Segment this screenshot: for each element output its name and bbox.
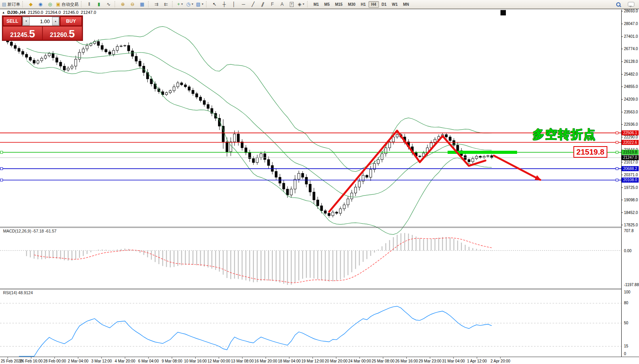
rsi-scale-label: 80 — [624, 301, 629, 305]
volume-control: ▼ 1.00 ▲ — [22, 17, 59, 26]
price-tick-label: 25482.0 — [624, 72, 638, 76]
horizontal-line-glyph: ─ — [242, 1, 245, 8]
price-badge-label: 22506.1 — [623, 131, 637, 135]
zoom-out-button[interactable]: ⊖ — [128, 0, 137, 8]
rsi-scale-label: 0 — [624, 352, 626, 356]
time-tick-label: 1 Apr 12:00 — [467, 359, 487, 363]
toolbar-separator — [115, 1, 117, 7]
pane-divider — [0, 288, 639, 289]
crosshair-glyph: ┼ — [223, 1, 226, 8]
time-tick-label: 6 Mar 04:00 — [138, 359, 159, 363]
timeframe-m1-button[interactable]: M1 — [311, 1, 321, 8]
time-tick-label: 18 Mar 04:00 — [278, 359, 301, 363]
channel-tool[interactable]: ∥ — [258, 0, 267, 8]
tile-windows-glyph: ▦ — [140, 1, 144, 8]
vertical-line-tool[interactable]: │ — [229, 0, 238, 8]
chart-shift-button[interactable]: ⇉ — [152, 0, 161, 8]
profiles-icon[interactable]: ◆ — [26, 0, 36, 8]
pane-divider — [0, 227, 639, 227]
crosshair-tool[interactable]: ┼ — [219, 0, 229, 8]
timeframe-mn-button[interactable]: MN — [401, 1, 412, 8]
timeframe-m30-button[interactable]: M30 — [345, 1, 358, 8]
autotrading-button[interactable]: ▣自动交易 — [55, 0, 79, 8]
time-tick-label: 3 Mar 12:00 — [91, 359, 112, 363]
price-tick-label: 20371.0 — [624, 173, 638, 177]
volume-increase-button[interactable]: ▲ — [52, 17, 59, 25]
price-tick-label: 24855.0 — [624, 84, 638, 89]
sell-price-display[interactable]: 21245.5 — [3, 27, 42, 40]
line-chart-icon[interactable]: ∿ — [104, 0, 113, 8]
oneclick-toggle-icon[interactable]: ▲ — [2, 11, 5, 14]
search-button[interactable] — [614, 0, 623, 8]
buy-price-display[interactable]: 21260.5 — [43, 27, 82, 40]
periods-button[interactable]: ◷▼ — [185, 0, 195, 8]
price-callout-label[interactable]: 21519.8 — [573, 146, 607, 158]
time-tick-label: 4 Mar 20:00 — [115, 359, 135, 363]
indicators-button[interactable]: +▼ — [176, 0, 185, 8]
autotrading-button-label: 自动交易 — [62, 1, 79, 8]
auto-scroll-button[interactable]: ⇇ — [161, 0, 171, 8]
profiles-icon-glyph: ◆ — [29, 1, 32, 8]
new-order-button[interactable]: ▤新订单 — [1, 0, 21, 8]
toolbar-separator — [172, 1, 174, 7]
bar-chart-icon-glyph: ‖ — [88, 1, 90, 8]
bar-chart-icon[interactable]: ‖ — [85, 0, 94, 8]
time-tick-label: 24 Mar 00:00 — [348, 359, 371, 363]
auto-scroll-glyph: ⇇ — [164, 1, 168, 8]
time-tick-label: 2 Mar 04:00 — [68, 359, 89, 363]
chat-button[interactable] — [626, 0, 636, 8]
timeframe-d1-button[interactable]: D1 — [379, 1, 389, 8]
shapes-tool[interactable]: ◈▼ — [296, 0, 306, 8]
price-tick-label: 19098.0 — [624, 198, 638, 202]
zoom-in-button[interactable]: ⊕ — [118, 0, 128, 8]
trendline-tool[interactable]: ╱ — [248, 0, 258, 8]
chart-canvas[interactable]: 28693.028047.027401.026774.026128.025482… — [0, 0, 639, 364]
timeframe-m5-button[interactable]: M5 — [321, 1, 332, 8]
timeframe-m15-button[interactable]: M15 — [332, 1, 345, 8]
time-tick-label: 25 Feb 2020 — [1, 359, 23, 363]
navigator-icon[interactable]: ◎ — [45, 0, 55, 8]
mt4-terminal: { "toolbar": { "items": [ {"t":"btn","na… — [0, 0, 639, 364]
text-tool[interactable]: A — [277, 0, 287, 8]
new-order-glyph: ▤ — [2, 1, 6, 8]
cursor-tool[interactable]: ↖ — [210, 0, 219, 8]
macd-scale-label: 0.00 — [624, 249, 632, 253]
candlestick-chart-icon-glyph: ▮ — [98, 1, 100, 8]
price-axis: 28693.028047.027401.026774.026128.025482… — [621, 9, 639, 357]
label-tool[interactable]: T — [287, 0, 296, 8]
symbol-period: DJ30-,H4 — [7, 10, 25, 15]
horizontal-line-tool[interactable]: ─ — [238, 0, 248, 8]
time-tick-label: 26 Mar 16:00 — [395, 359, 418, 363]
timeframe-h1-button[interactable]: H1 — [358, 1, 369, 8]
market-watch-icon[interactable]: ◉ — [36, 0, 45, 8]
ohlc-open: 21250.0 — [28, 10, 43, 15]
pane-divider — [0, 228, 639, 228]
toolbar-separator — [307, 1, 309, 7]
templates-button[interactable]: ▧▼ — [195, 0, 205, 8]
sell-price-pip: 5 — [29, 29, 35, 39]
chat-icon — [628, 2, 634, 7]
timeframe-w1-button[interactable]: W1 — [389, 1, 401, 8]
volume-decrease-button[interactable]: ▼ — [23, 17, 30, 25]
turning-point-annotation[interactable]: 多空转折点 — [532, 126, 596, 143]
sell-button[interactable]: SELL — [3, 17, 22, 26]
tile-windows-button[interactable]: ▦ — [137, 0, 147, 8]
timeframe-h4-button[interactable]: H4 — [369, 1, 379, 8]
chart-shift-glyph: ⇉ — [154, 1, 158, 8]
trendline-glyph: ╱ — [252, 1, 254, 8]
cursor-glyph: ↖ — [213, 1, 216, 8]
candlestick-chart-icon[interactable]: ▮ — [94, 0, 104, 8]
price-tick-label: 27401.0 — [624, 34, 638, 39]
time-tick-label: 25 Mar 08:00 — [372, 359, 394, 363]
zoom-in-glyph: ⊕ — [121, 1, 125, 8]
buy-button[interactable]: BUY — [60, 17, 82, 26]
toolbar-separator — [206, 1, 208, 7]
volume-value[interactable]: 1.00 — [30, 17, 52, 25]
price-badge-label: 20108.0 — [623, 178, 637, 182]
line-handle — [0, 179, 3, 181]
price-tick-label: 21017.0 — [624, 160, 638, 164]
price-badge-label: 21247.0 — [623, 155, 637, 160]
fibonacci-glyph: F — [271, 1, 274, 8]
fibonacci-tool[interactable]: F — [267, 0, 277, 8]
rsi-scale-label: 50 — [624, 321, 629, 325]
